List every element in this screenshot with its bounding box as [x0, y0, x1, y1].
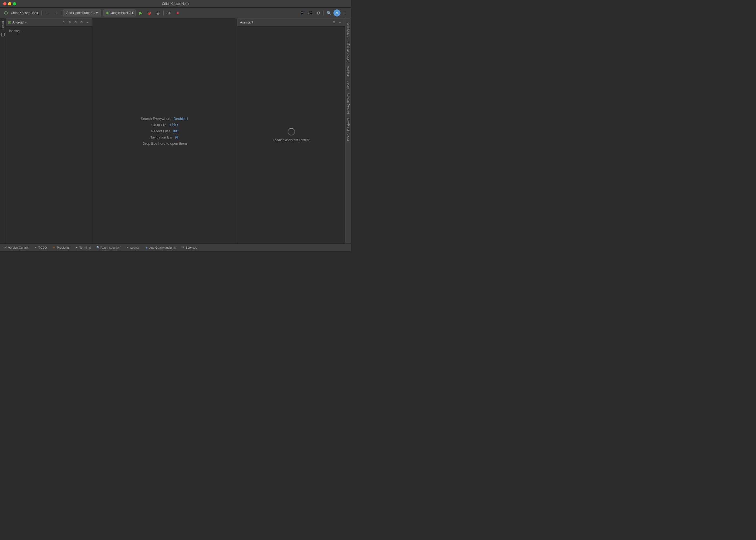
project-sync-icon[interactable]: ⟳ [61, 20, 66, 25]
project-panel: ▣ Android ▾ ⟳ ⇅ ⚙ ⚙ × loading... [6, 18, 92, 243]
debug-button[interactable]: 🐞 [146, 9, 153, 17]
assistant-minimize-icon[interactable]: − [337, 20, 342, 25]
forward-button[interactable]: → [52, 9, 60, 17]
run-button[interactable]: ▶ [137, 9, 144, 17]
account-button[interactable]: A [333, 9, 340, 17]
window-title: CrifanXposedHook [162, 2, 189, 6]
notifications-panel-button[interactable]: Notifications [346, 21, 350, 40]
overflow-button[interactable]: ⋮ [341, 9, 349, 17]
todo-icon: ≡ [34, 246, 37, 249]
loading-spinner [288, 128, 295, 136]
back-button[interactable]: ← [43, 9, 51, 17]
project-settings-icon[interactable]: ⚙ [79, 20, 84, 25]
assistant-content: Loading assistant content [237, 27, 345, 243]
tab-problems[interactable]: ⚠ Problems [50, 244, 72, 251]
window-controls [3, 2, 16, 5]
app-quality-icon: ◈ [145, 246, 148, 249]
device-manager-panel-button[interactable]: Device Manager [346, 40, 350, 64]
project-content: loading... [6, 27, 92, 243]
shortcut-nav-bar: Navigation Bar ⌘↑ [150, 135, 180, 139]
android-icon: ▣ [8, 21, 11, 24]
assistant-settings-icon[interactable]: ⚙ [331, 20, 336, 25]
app-inspection-icon: 🔍 [96, 246, 100, 249]
toolbar-separator-3 [163, 10, 164, 16]
shortcut-search: Search Everywhere Double ⇧ [141, 117, 189, 121]
logcat-icon: ≡ [126, 246, 129, 249]
minimize-button[interactable] [8, 2, 11, 5]
editor-area[interactable]: Search Everywhere Double ⇧ Go to File ⇧⌘… [92, 18, 237, 243]
avd-manager-button[interactable]: 📲 [306, 9, 314, 17]
tab-app-quality-insights[interactable]: ◈ App Quality Insights [142, 244, 179, 251]
terminal-icon: ▶ [75, 246, 78, 249]
toolbar-separator-1 [41, 10, 42, 16]
tab-logcat[interactable]: ≡ Logcat [123, 244, 142, 251]
main-layout: Project ▣ Android ▾ ⟳ ⇅ ⚙ ⚙ × loading... [0, 18, 351, 243]
project-close-icon[interactable]: × [85, 20, 90, 25]
tab-app-inspection[interactable]: 🔍 App Inspection [94, 244, 123, 251]
sdk-manager-button[interactable]: ⚙ [315, 9, 322, 17]
tab-version-control[interactable]: ⎇ Version Control [1, 244, 31, 251]
project-panel-header: ▣ Android ▾ ⟳ ⇅ ⚙ ⚙ × [6, 18, 92, 27]
assistant-panel-button[interactable]: Assistant [346, 64, 350, 79]
app-icon: ⬡ [2, 9, 10, 17]
right-strip: Notifications Device Manager Assistant G… [345, 18, 351, 243]
running-devices-panel-button[interactable]: Running Devices [346, 91, 350, 116]
project-filter-icon[interactable]: ⚙ [73, 20, 78, 25]
close-button[interactable] [3, 2, 6, 5]
toolbar-right-controls: 📱 📲 ⚙ 🔍 A ⋮ [298, 9, 349, 17]
device-selector[interactable]: ▣ Google Pixel 3 ▾ [103, 9, 136, 17]
svg-rect-0 [1, 33, 5, 36]
assistant-header: Assistant ⚙ − [237, 18, 345, 27]
toolbar-separator-4 [323, 10, 324, 16]
assistant-loading-text: Loading assistant content [273, 138, 310, 142]
project-loading-text: loading... [7, 28, 91, 34]
tab-todo[interactable]: ≡ TODO [31, 244, 50, 251]
assistant-panel: Assistant ⚙ − Loading assistant content [237, 18, 345, 243]
device-file-explorer-button[interactable]: Device File Explorer [346, 116, 350, 144]
left-vertical-strip: Project [0, 18, 6, 243]
project-sort-icon[interactable]: ⇅ [67, 20, 72, 25]
main-toolbar: ⬡ CrifanXposedHook ← → Add Configuration… [0, 8, 351, 18]
bottom-tabs-bar: ⎇ Version Control ≡ TODO ⚠ Problems ▶ Te… [0, 243, 351, 251]
add-configuration-button[interactable]: Add Configuration... ▾ [63, 9, 101, 17]
stop-button[interactable]: ■ [174, 9, 182, 17]
title-bar: CrifanXposedHook [0, 0, 351, 8]
android-dropdown[interactable]: Android [12, 21, 24, 24]
project-header-controls: ⟳ ⇅ ⚙ ⚙ × [61, 20, 90, 25]
drop-files-text: Drop files here to open them [143, 141, 187, 146]
profile-button[interactable]: ◎ [154, 9, 162, 17]
project-tab[interactable]: Project [1, 18, 5, 32]
maximize-button[interactable] [13, 2, 16, 5]
shortcut-goto-file: Go to File ⇧⌘O [152, 123, 178, 127]
device-manager-button[interactable]: 📱 [298, 9, 306, 17]
device-icon: ▣ [106, 11, 108, 15]
gradle-panel-button[interactable]: Gradle [346, 79, 350, 91]
assistant-title: Assistant [240, 21, 253, 24]
project-icon[interactable] [1, 33, 5, 37]
tab-services[interactable]: ⚙ Services [179, 244, 200, 251]
shortcut-recent-files: Recent Files ⌘E [151, 129, 179, 133]
version-control-icon: ⎇ [4, 246, 7, 249]
problems-icon: ⚠ [53, 246, 56, 249]
services-icon: ⚙ [182, 246, 185, 249]
tab-terminal[interactable]: ▶ Terminal [72, 244, 93, 251]
assistant-controls: ⚙ − [331, 20, 342, 25]
sync-button[interactable]: ↺ [165, 9, 173, 17]
search-button[interactable]: 🔍 [325, 9, 333, 17]
app-name-label: CrifanXposedHook [11, 11, 38, 15]
